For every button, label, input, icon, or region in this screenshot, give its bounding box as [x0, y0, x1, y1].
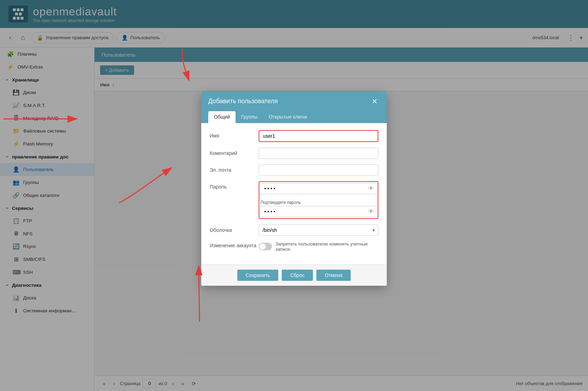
password-input[interactable]	[260, 183, 377, 194]
save-button[interactable]: Сохранить	[237, 270, 279, 281]
tab-general[interactable]: Общий	[208, 111, 236, 123]
reset-button[interactable]: Сброс	[282, 270, 313, 281]
password-row: Пароль 👁 Подтвердите пароль 👁	[210, 181, 378, 219]
confirm-eye-button[interactable]: 👁	[368, 208, 374, 215]
dialog-header: Добавить пользователя ✕	[201, 92, 387, 111]
confirm-label: Подтвердите пароль	[260, 197, 309, 205]
comment-input[interactable]	[259, 148, 378, 159]
email-row: Эл. почта	[210, 164, 378, 176]
add-user-dialog: Добавить пользователя ✕ Общий Группы Отк…	[201, 92, 387, 286]
account-control: Запретить пользователю изменять учетные …	[259, 241, 378, 252]
dialog-footer: Сохранить Сброс Отмена	[201, 264, 387, 286]
email-label: Эл. почта	[210, 164, 259, 173]
dialog-close-button[interactable]: ✕	[370, 97, 380, 106]
shell-select[interactable]: /bin/sh /bin/bash /bin/false /usr/sbin/n…	[259, 225, 378, 236]
comment-control	[259, 148, 378, 159]
comment-label: Коментарий	[210, 148, 259, 156]
name-input[interactable]	[259, 130, 378, 142]
dialog-title: Добавить пользователя	[208, 98, 278, 105]
tab-groups[interactable]: Группы	[236, 111, 263, 123]
shell-control: /bin/sh /bin/bash /bin/false /usr/sbin/n…	[259, 225, 378, 236]
shell-row: Оболочка /bin/sh /bin/bash /bin/false /u…	[210, 225, 378, 236]
email-control	[259, 164, 378, 176]
account-text: Запретить пользователю изменять учетные …	[275, 241, 378, 252]
name-row: Имя	[210, 130, 378, 142]
name-control	[259, 130, 378, 142]
password-control: 👁 Подтвердите пароль 👁	[259, 181, 378, 219]
dialog-tabs: Общий Группы Открытые ключи	[201, 111, 387, 123]
account-row: Изменение аккаунта Запретить пользовател…	[210, 241, 378, 252]
password-eye-button[interactable]: 👁	[368, 185, 374, 192]
account-toggle[interactable]	[259, 243, 272, 250]
account-label: Изменение аккаунта	[210, 241, 259, 248]
dialog-overlay: Добавить пользователя ✕ Общий Группы Отк…	[0, 0, 588, 391]
dialog-body: Имя Коментарий Эл. почта	[201, 123, 387, 264]
tab-keys[interactable]: Открытые ключи	[263, 111, 313, 123]
shell-label: Оболочка	[210, 225, 259, 233]
name-label: Имя	[210, 130, 259, 138]
cancel-button[interactable]: Отмена	[316, 270, 351, 281]
email-input[interactable]	[259, 164, 378, 176]
comment-row: Коментарий	[210, 148, 378, 159]
password-label: Пароль	[210, 181, 259, 190]
confirm-input[interactable]	[260, 206, 377, 217]
